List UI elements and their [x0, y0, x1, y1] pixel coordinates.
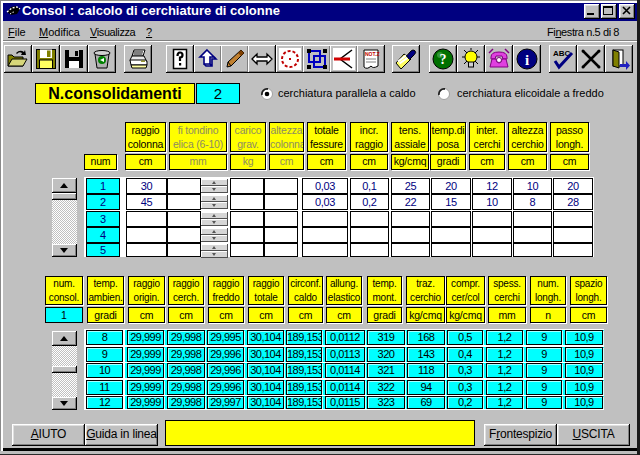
svg-text:i: i — [525, 52, 529, 68]
svg-text:?: ? — [440, 52, 447, 67]
svg-text:NOT.Z: NOT.Z — [365, 51, 379, 57]
